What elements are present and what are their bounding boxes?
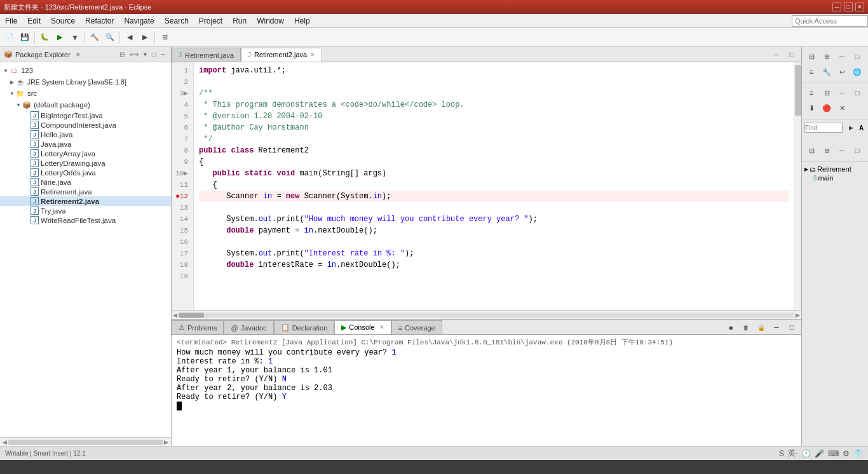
console-clear-button[interactable]: 🗑 [739, 320, 753, 334]
right-btn-6[interactable]: 🔧 [820, 65, 834, 79]
tree-item-jre[interactable]: ▶ ☕ JRE System Library [JavaSE-1.8] [0, 76, 171, 88]
console-scroll-lock-button[interactable]: 🔒 [754, 320, 768, 334]
right-btn-5[interactable]: ≡ [804, 65, 818, 79]
menu-search[interactable]: Search [159, 15, 194, 27]
link-with-editor-button[interactable]: ⟺ [128, 50, 140, 58]
right-btn-10[interactable]: ⊟ [820, 86, 834, 100]
list-item[interactable]: J BigIntegerTest.java [0, 111, 171, 120]
menu-refactor[interactable]: Refactor [80, 15, 119, 27]
lang-icon[interactable]: 英· [788, 448, 797, 459]
list-item[interactable]: J LotteryArray.java [0, 149, 171, 158]
console-terminate-button[interactable]: ■ [724, 320, 738, 334]
minimize-button[interactable]: ─ [159, 50, 167, 58]
outline-btn-4[interactable]: □ [850, 144, 864, 158]
list-item[interactable]: J Nine.java [0, 177, 171, 187]
find-input[interactable] [804, 123, 843, 133]
run-dropdown[interactable]: ▼ [68, 30, 82, 44]
tab-retirement-java[interactable]: J Retirement.java [172, 48, 241, 62]
right-btn-12[interactable]: □ [850, 86, 864, 100]
menu-source[interactable]: Source [46, 15, 80, 27]
list-item[interactable]: J LotteryOdds.java [0, 168, 171, 177]
sougou-icon[interactable]: S [779, 449, 784, 458]
scroll-left-btn[interactable]: ◀ [3, 439, 7, 445]
right-btn-7[interactable]: ↩ [835, 65, 849, 79]
back-button[interactable]: ◀ [123, 30, 137, 44]
menu-window[interactable]: Window [252, 15, 289, 27]
tab-javadoc[interactable]: @ Javadoc [224, 320, 273, 334]
menu-edit[interactable]: Edit [22, 15, 46, 27]
editor-horizontal-scrollbar[interactable]: ◀ ▶ [172, 310, 801, 319]
list-item[interactable]: J Java.java [0, 139, 171, 149]
scroll-right-icon[interactable]: ▶ [796, 312, 800, 318]
menu-file[interactable]: File [0, 15, 22, 27]
minimize-console-button[interactable]: ─ [770, 320, 783, 334]
right-btn-11[interactable]: ─ [835, 86, 849, 100]
settings-icon[interactable]: ⚙ [843, 449, 850, 458]
src-arrow[interactable]: ▼ [9, 91, 15, 97]
mic-icon[interactable]: 🎤 [815, 449, 824, 458]
right-btn-9[interactable]: ≡ [804, 86, 818, 100]
maximize-button[interactable]: □ [844, 3, 853, 11]
maximize-editor-button[interactable]: □ [785, 48, 799, 62]
list-item[interactable]: J Retirement.java [0, 187, 171, 196]
outline-btn-1[interactable]: ⊟ [804, 144, 818, 158]
right-btn-3[interactable]: ─ [835, 50, 849, 64]
default-package-arrow[interactable]: ▼ [15, 102, 22, 108]
outline-item-retirement[interactable]: ▶ 🗂 Retirement [804, 165, 865, 173]
list-item[interactable]: J WriteReadFileTest.java [0, 215, 171, 225]
outline-btn-2[interactable]: ⊕ [820, 144, 834, 158]
outline-item-main[interactable]: $ main [804, 173, 865, 182]
save-button[interactable]: 💾 [18, 30, 32, 44]
left-horizontal-scrollbar[interactable]: ◀ ▶ [0, 437, 171, 446]
outline-btn-3[interactable]: ─ [835, 144, 849, 158]
shirt-icon[interactable]: 👕 [853, 449, 863, 458]
tab-retirement2-java[interactable]: J Retirement2.java ✕ [241, 48, 322, 62]
list-item[interactable]: J CompoundInterest.java [0, 120, 171, 130]
search-button[interactable]: 🔍 [103, 30, 117, 44]
collapse-all-button[interactable]: ⊟ [118, 50, 126, 58]
minimize-editor-button[interactable]: ─ [770, 48, 783, 62]
maximize-console-button[interactable]: □ [785, 320, 799, 334]
right-btn-2[interactable]: ⊕ [820, 50, 834, 64]
list-item[interactable]: J Retirement2.java [0, 196, 171, 206]
close-panel-icon[interactable]: ✕ [76, 51, 81, 58]
tree-item-default-package[interactable]: ▼ 📦 (default package) [0, 99, 171, 111]
tab-problems[interactable]: ⚠ Problems [172, 320, 224, 334]
perspective-button[interactable]: ⊞ [158, 30, 172, 44]
scroll-left-icon[interactable]: ◀ [173, 312, 177, 318]
tab-declaration[interactable]: 📋 Declaration [274, 320, 335, 334]
menu-run[interactable]: Run [227, 15, 252, 27]
new-button[interactable]: 📄 [3, 30, 17, 44]
tree-item-src[interactable]: ▼ 📁 src [0, 88, 171, 99]
build-button[interactable]: 🔨 [88, 30, 102, 44]
right-btn-1[interactable]: ⊟ [804, 50, 818, 64]
right-btn-15[interactable]: ✕ [835, 101, 849, 115]
scroll-right-btn[interactable]: ▶ [164, 439, 168, 445]
tab-console[interactable]: ▶ Console ✕ [334, 320, 391, 334]
project-arrow[interactable]: ▼ [3, 68, 9, 74]
tree-item-project[interactable]: ▼ 🗂 123 [0, 65, 171, 76]
list-item[interactable]: J Try.java [0, 206, 171, 215]
right-btn-8[interactable]: 🌐 [850, 65, 864, 79]
menu-project[interactable]: Project [194, 15, 227, 27]
list-item[interactable]: J Hello.java [0, 130, 171, 139]
code-area[interactable]: import java.util.*; /** * This program d… [194, 62, 794, 310]
menu-help[interactable]: Help [289, 15, 315, 27]
menu-navigate[interactable]: Navigate [119, 15, 159, 27]
right-btn-13[interactable]: ⬇ [804, 101, 818, 115]
maximize-button[interactable]: □ [150, 50, 158, 58]
tab-close-button[interactable]: ✕ [310, 51, 315, 58]
jre-arrow[interactable]: ▶ [9, 79, 15, 85]
view-menu-button[interactable]: ▾ [142, 50, 149, 58]
editor-vertical-scrollbar[interactable] [794, 62, 801, 310]
close-button[interactable]: ✕ [855, 3, 864, 11]
right-btn-4[interactable]: □ [850, 50, 864, 64]
minimize-button[interactable]: ─ [832, 3, 841, 11]
keyboard-icon[interactable]: ⌨ [828, 449, 839, 458]
debug-button[interactable]: 🐛 [37, 30, 51, 44]
forward-button[interactable]: ▶ [138, 30, 152, 44]
console-content[interactable]: <terminated> Retirement2 [Java Applicati… [172, 335, 801, 446]
tab-coverage[interactable]: ≡ Coverage [391, 320, 442, 334]
tab-close-btn[interactable]: ✕ [379, 324, 384, 330]
quick-access-input[interactable] [792, 15, 868, 27]
